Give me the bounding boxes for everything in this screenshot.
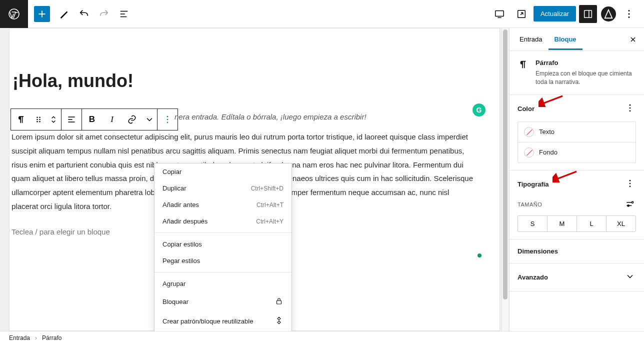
menu-duplicate[interactable]: DuplicarCtrl+Shift+D bbox=[154, 180, 292, 196]
svg-point-9 bbox=[36, 119, 38, 120]
editor-canvas-wrap: ¡Hola, mundo! G bbox=[0, 28, 509, 331]
device-preview-button[interactable] bbox=[490, 5, 508, 23]
bold-button[interactable]: B bbox=[82, 109, 102, 130]
svg-point-12 bbox=[39, 121, 40, 122]
menu-paste-styles[interactable]: Pegar estilos bbox=[154, 252, 292, 269]
swatch-icon bbox=[524, 148, 534, 158]
add-block-button[interactable] bbox=[34, 6, 50, 22]
lock-icon bbox=[274, 296, 284, 307]
block-toolbar: B I bbox=[10, 108, 178, 130]
menu-copy[interactable]: Copiar bbox=[154, 164, 292, 180]
post-title[interactable]: ¡Hola, mundo! bbox=[10, 58, 490, 106]
chevron-right-icon: › bbox=[35, 334, 37, 342]
svg-point-14 bbox=[167, 119, 168, 120]
svg-point-5 bbox=[628, 13, 630, 14]
menu-lock[interactable]: Bloquear bbox=[154, 292, 292, 312]
size-button-group: S M L XL bbox=[518, 216, 636, 232]
astra-button[interactable] bbox=[601, 6, 616, 22]
size-s[interactable]: S bbox=[518, 216, 548, 232]
svg-point-10 bbox=[39, 119, 40, 120]
link-button[interactable] bbox=[122, 109, 142, 130]
view-post-button[interactable] bbox=[512, 5, 530, 23]
drag-handle-icon[interactable] bbox=[31, 109, 46, 130]
svg-point-8 bbox=[39, 117, 40, 118]
panel-color-title: Color bbox=[518, 105, 534, 112]
menu-separator bbox=[154, 272, 292, 272]
size-m[interactable]: M bbox=[548, 216, 577, 232]
svg-point-11 bbox=[36, 121, 38, 122]
toolbar-left bbox=[0, 0, 134, 28]
svg-rect-3 bbox=[584, 10, 592, 18]
size-xl[interactable]: XL bbox=[606, 216, 636, 232]
svg-rect-1 bbox=[496, 10, 504, 16]
svg-point-23 bbox=[630, 186, 631, 187]
menu-create-reusable[interactable]: Crear patrón/bloque reutilizable bbox=[154, 312, 292, 331]
svg-point-22 bbox=[630, 182, 631, 184]
color-panel-more-icon[interactable] bbox=[624, 102, 636, 116]
size-l[interactable]: L bbox=[577, 216, 606, 232]
document-overview-button[interactable] bbox=[115, 5, 133, 23]
typography-panel-more-icon[interactable] bbox=[624, 178, 636, 191]
svg-point-25 bbox=[632, 202, 633, 203]
paragraph-icon bbox=[518, 59, 528, 86]
grammarly-icon[interactable]: G bbox=[472, 104, 486, 116]
update-button[interactable]: Actualizar bbox=[534, 6, 576, 22]
block-description: Párrafo Empieza con el bloque que cimien… bbox=[510, 51, 644, 95]
italic-button[interactable]: I bbox=[102, 109, 122, 130]
tools-button[interactable] bbox=[55, 5, 73, 23]
svg-point-6 bbox=[628, 16, 630, 18]
color-background-button[interactable]: Fondo bbox=[518, 142, 636, 162]
tab-block[interactable]: Bloque bbox=[548, 28, 582, 50]
block-type-paragraph-icon[interactable] bbox=[11, 109, 31, 130]
advanced-expand-icon[interactable] bbox=[624, 270, 636, 284]
panel-advanced[interactable]: Avanzado bbox=[510, 264, 644, 292]
close-sidebar-icon[interactable] bbox=[626, 32, 640, 46]
redo-button[interactable] bbox=[95, 5, 113, 23]
panel-dimensions-title: Dimensiones bbox=[518, 248, 558, 255]
dimensions-add-icon[interactable] bbox=[634, 246, 636, 256]
color-text-button[interactable]: Texto bbox=[518, 122, 636, 142]
svg-point-13 bbox=[167, 116, 168, 118]
menu-insert-before[interactable]: Añadir antesCtrl+Alt+T bbox=[154, 196, 292, 213]
svg-point-19 bbox=[630, 110, 631, 112]
sidebar-tabs: Entrada Bloque bbox=[510, 28, 644, 51]
panel-color: Color Texto Fondo bbox=[510, 95, 644, 170]
menu-separator bbox=[154, 232, 292, 233]
svg-point-18 bbox=[630, 107, 631, 108]
size-label: TAMAÑO bbox=[518, 202, 542, 208]
undo-button[interactable] bbox=[75, 5, 93, 23]
breadcrumb: Entrada › Párrafo bbox=[0, 331, 644, 344]
toolbar-right: Actualizar bbox=[490, 0, 644, 28]
block-options-dropdown: Copiar DuplicarCtrl+Shift+D Añadir antes… bbox=[154, 163, 292, 331]
settings-sidebar-toggle[interactable] bbox=[579, 5, 597, 23]
block-desc-text: Empieza con el bloque que cimienta toda … bbox=[536, 70, 636, 86]
svg-point-21 bbox=[630, 180, 631, 181]
breadcrumb-current[interactable]: Párrafo bbox=[42, 334, 62, 342]
wordpress-logo[interactable] bbox=[0, 0, 28, 28]
block-name: Párrafo bbox=[536, 59, 636, 66]
panel-typography: Tipografía TAMAÑO S M L XL bbox=[510, 170, 644, 240]
move-updown-icon[interactable] bbox=[46, 109, 61, 130]
swatch-icon bbox=[524, 127, 534, 137]
svg-point-15 bbox=[167, 122, 168, 124]
more-rich-text-button[interactable] bbox=[142, 109, 157, 130]
panel-dimensions[interactable]: Dimensiones bbox=[510, 240, 644, 264]
canvas-scrollbar[interactable] bbox=[502, 28, 508, 331]
grammarly-status-dot bbox=[478, 254, 482, 258]
menu-group[interactable]: Agrupar bbox=[154, 276, 292, 292]
panel-advanced-title: Avanzado bbox=[518, 274, 548, 281]
menu-copy-styles[interactable]: Copiar estilos bbox=[154, 236, 292, 252]
size-settings-icon[interactable] bbox=[624, 198, 636, 212]
align-button[interactable] bbox=[62, 109, 82, 130]
tab-entry[interactable]: Entrada bbox=[514, 28, 548, 50]
top-toolbar: Actualizar bbox=[0, 0, 644, 28]
svg-point-17 bbox=[630, 104, 631, 106]
svg-point-4 bbox=[628, 10, 630, 12]
breadcrumb-root[interactable]: Entrada bbox=[9, 334, 30, 342]
panel-typography-title: Tipografía bbox=[518, 180, 549, 188]
svg-point-7 bbox=[36, 117, 38, 118]
menu-insert-after[interactable]: Añadir despuésCtrl+Alt+Y bbox=[154, 213, 292, 230]
diamond-icon bbox=[274, 316, 284, 326]
more-options-button[interactable] bbox=[620, 5, 638, 23]
svg-rect-16 bbox=[277, 300, 282, 304]
